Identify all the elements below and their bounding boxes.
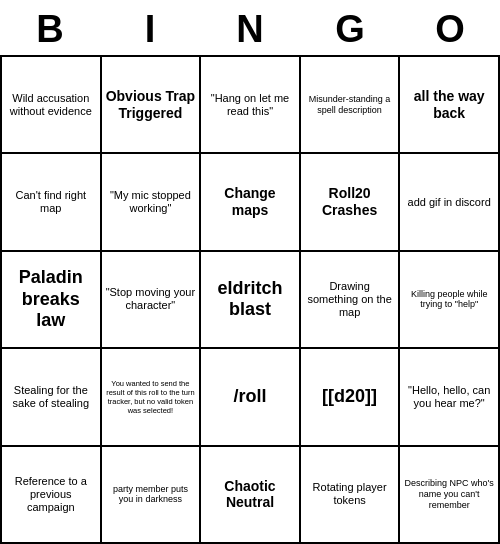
bingo-cell-7: Change maps	[201, 154, 301, 251]
bingo-cell-20: Reference to a previous campaign	[2, 447, 102, 544]
bingo-cell-15: Stealing for the sake of stealing	[2, 349, 102, 446]
bingo-cell-4: all the way back	[400, 57, 500, 154]
bingo-cell-18: [[d20]]	[301, 349, 401, 446]
bingo-cell-0: Wild accusation without evidence	[2, 57, 102, 154]
bingo-cell-9: add gif in discord	[400, 154, 500, 251]
bingo-cell-24: Describing NPC who's name you can't reme…	[400, 447, 500, 544]
bingo-cell-22: Chaotic Neutral	[201, 447, 301, 544]
bingo-cell-19: "Hello, hello, can you hear me?"	[400, 349, 500, 446]
bingo-card: B I N G O Wild accusation without eviden…	[0, 0, 500, 544]
header-g: G	[306, 8, 394, 51]
bingo-cell-8: Roll20 Crashes	[301, 154, 401, 251]
bingo-cell-1: Obvious Trap Triggered	[102, 57, 202, 154]
bingo-header: B I N G O	[0, 0, 500, 55]
header-b: B	[6, 8, 94, 51]
bingo-cell-17: /roll	[201, 349, 301, 446]
bingo-cell-5: Can't find right map	[2, 154, 102, 251]
bingo-cell-3: Misunder-standing a spell description	[301, 57, 401, 154]
bingo-cell-12: eldritch blast	[201, 252, 301, 349]
bingo-cell-2: "Hang on let me read this"	[201, 57, 301, 154]
bingo-cell-16: You wanted to send the result of this ro…	[102, 349, 202, 446]
bingo-grid: Wild accusation without evidenceObvious …	[0, 55, 500, 544]
header-o: O	[406, 8, 494, 51]
bingo-cell-21: party member puts you in darkness	[102, 447, 202, 544]
bingo-cell-14: Killing people while trying to "help"	[400, 252, 500, 349]
bingo-cell-23: Rotating player tokens	[301, 447, 401, 544]
header-i: I	[106, 8, 194, 51]
bingo-cell-6: "My mic stopped working"	[102, 154, 202, 251]
bingo-cell-10: Paladin breaks law	[2, 252, 102, 349]
bingo-cell-11: "Stop moving your character"	[102, 252, 202, 349]
bingo-cell-13: Drawing something on the map	[301, 252, 401, 349]
header-n: N	[206, 8, 294, 51]
